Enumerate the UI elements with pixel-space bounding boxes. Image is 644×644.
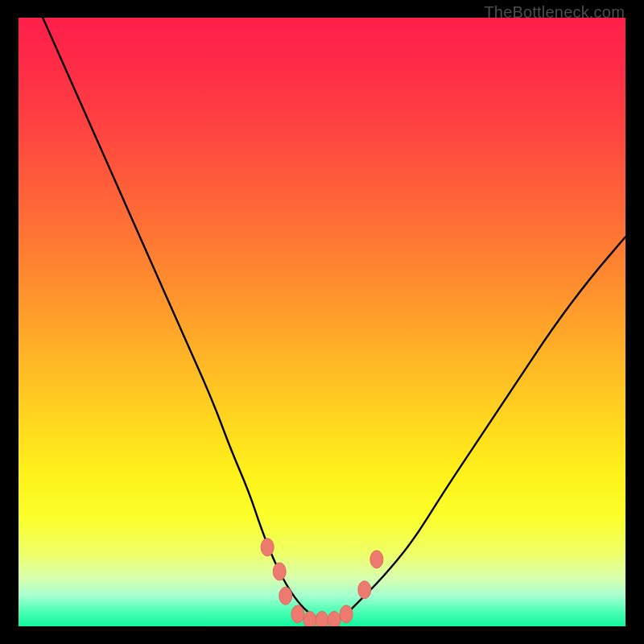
bead-right-upper bbox=[370, 551, 383, 568]
bead-left-upper bbox=[261, 539, 274, 556]
bottleneck-curve bbox=[43, 18, 625, 620]
bead-left-lower bbox=[279, 587, 292, 605]
watermark-text: TheBottleneck.com bbox=[484, 3, 625, 22]
chart-svg bbox=[19, 18, 625, 626]
bead-bottom-2 bbox=[303, 611, 316, 626]
plot-area bbox=[19, 18, 625, 626]
curve-markers bbox=[261, 539, 383, 626]
bead-bottom-5 bbox=[340, 605, 353, 623]
bead-left-mid bbox=[273, 563, 286, 580]
bead-bottom-3 bbox=[316, 611, 328, 626]
bead-bottom-4 bbox=[328, 611, 341, 626]
bead-bottom-1 bbox=[291, 605, 304, 623]
bead-right-lower bbox=[358, 581, 371, 599]
chart-stage: TheBottleneck.com bbox=[0, 0, 644, 644]
